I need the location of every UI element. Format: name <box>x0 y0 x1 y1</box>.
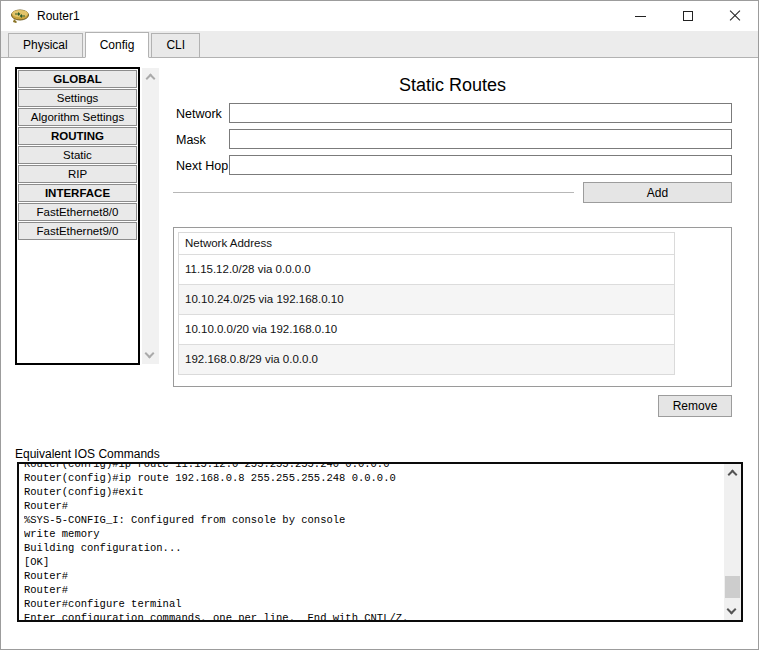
scroll-down-icon[interactable] <box>145 349 155 359</box>
ios-line: [OK] <box>24 555 721 569</box>
terminal-scrollbar[interactable] <box>724 464 741 620</box>
sidebar: GLOBAL Settings Algorithm Settings ROUTI… <box>15 67 140 365</box>
close-icon <box>729 10 741 22</box>
maximize-icon <box>683 11 693 21</box>
sidebar-item-global[interactable]: GLOBAL <box>18 70 137 88</box>
ios-line: Router(config)#ip route 192.168.0.8 255.… <box>24 471 721 485</box>
route-row[interactable]: 10.10.24.0/25 via 192.168.0.10 <box>179 284 674 314</box>
scroll-up-icon[interactable] <box>728 470 738 480</box>
tab-cli[interactable]: CLI <box>151 33 200 58</box>
ios-terminal[interactable]: Router(config)#ip route 11.15.12.0 255.2… <box>17 462 743 622</box>
sidebar-item-interface[interactable]: INTERFACE <box>18 184 137 202</box>
sidebar-item-routing[interactable]: ROUTING <box>18 127 137 145</box>
next-hop-input[interactable] <box>229 155 732 175</box>
minimize-icon <box>635 16 646 17</box>
route-row[interactable]: 10.10.0.0/20 via 192.168.0.10 <box>179 314 674 344</box>
ios-line: Router# <box>24 583 721 597</box>
ios-line: write memory <box>24 527 721 541</box>
window-title: Router1 <box>37 9 80 23</box>
routes-list: Network Address 11.15.12.0/28 via 0.0.0.… <box>178 232 675 375</box>
close-button[interactable] <box>719 1 751 31</box>
ios-commands-label: Equivalent IOS Commands <box>15 447 160 461</box>
ios-line: Building configuration... <box>24 541 721 555</box>
page-title: Static Routes <box>173 75 732 96</box>
network-label: Network <box>176 107 222 121</box>
scrollbar-thumb[interactable] <box>725 576 740 598</box>
maximize-button[interactable] <box>672 1 704 31</box>
sidebar-item-algorithm-settings[interactable]: Algorithm Settings <box>18 108 137 126</box>
tab-physical[interactable]: Physical <box>8 33 83 58</box>
mask-input[interactable] <box>229 129 732 149</box>
remove-button[interactable]: Remove <box>658 395 732 417</box>
sidebar-item-fastethernet9-0[interactable]: FastEthernet9/0 <box>18 222 137 240</box>
tab-config[interactable]: Config <box>85 32 150 58</box>
separator-line <box>173 192 574 193</box>
router-config-window: Router1 Physical Config CLI GLOBAL Setti… <box>0 0 759 650</box>
mask-label: Mask <box>176 133 206 147</box>
scroll-down-icon[interactable] <box>727 605 737 615</box>
route-row[interactable]: 11.15.12.0/28 via 0.0.0.0 <box>179 254 674 284</box>
add-button[interactable]: Add <box>583 182 732 203</box>
ios-line: Router(config)#ip route 11.15.12.0 255.2… <box>24 464 721 471</box>
tab-bar: Physical Config CLI <box>1 31 758 58</box>
ios-line: Enter configuration commands, one per li… <box>24 611 721 620</box>
sidebar-item-fastethernet8-0[interactable]: FastEthernet8/0 <box>18 203 137 221</box>
sidebar-item-rip[interactable]: RIP <box>18 165 137 183</box>
router-icon <box>11 9 30 24</box>
ios-line: Router# <box>24 569 721 583</box>
routes-table-container: Network Address 11.15.12.0/28 via 0.0.0.… <box>173 227 732 387</box>
route-row[interactable]: 192.168.0.8/29 via 0.0.0.0 <box>179 344 674 374</box>
network-input[interactable] <box>229 103 732 123</box>
scroll-up-icon[interactable] <box>146 74 156 84</box>
ios-line: Router#configure terminal <box>24 597 721 611</box>
minimize-button[interactable] <box>624 1 656 31</box>
ios-line: Router# <box>24 499 721 513</box>
ios-terminal-text: Router(config)#ip route 11.15.12.0 255.2… <box>24 464 721 620</box>
sidebar-scrollbar[interactable] <box>142 68 159 364</box>
ios-line: %SYS-5-CONFIG_I: Configured from console… <box>24 513 721 527</box>
titlebar[interactable]: Router1 <box>1 1 758 31</box>
next-hop-label: Next Hop <box>176 159 228 173</box>
routes-list-header: Network Address <box>179 233 674 254</box>
sidebar-item-settings[interactable]: Settings <box>18 89 137 107</box>
ios-line: Router(config)#exit <box>24 485 721 499</box>
sidebar-item-static[interactable]: Static <box>18 146 137 164</box>
